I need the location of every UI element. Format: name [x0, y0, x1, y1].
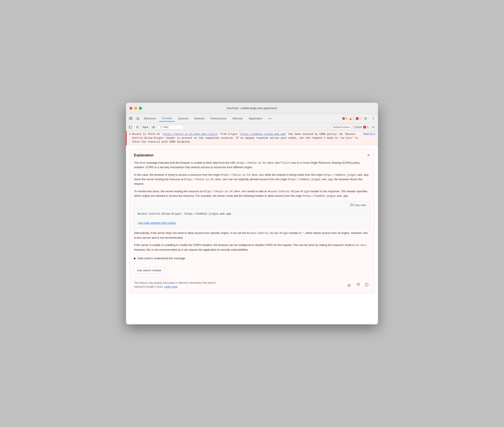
info-count: 1	[359, 117, 361, 120]
para2-code3: https://hello-io-24.deno.dev	[184, 178, 228, 181]
para4-code1: Access-Control-Allow-Origin	[247, 232, 289, 235]
tab-more[interactable]: >>	[266, 115, 274, 121]
thumbs-up-icon	[347, 283, 351, 287]
info-error-badge: i 1	[356, 117, 361, 120]
explanation-title: Explanation	[134, 153, 370, 157]
info-error-icon: i	[356, 117, 359, 120]
tab-console[interactable]: Console	[159, 115, 175, 122]
main-toolbar: Elements Console Sources Network Perform…	[126, 114, 378, 123]
context-label: top	[143, 126, 146, 129]
caution-link[interactable]: Use code snippets with caution	[138, 221, 176, 225]
more-options-icon[interactable]	[370, 115, 376, 122]
console-area: ✖ Access to fetch at 'https://hello-io-2…	[126, 131, 378, 324]
secondary-toolbar: top ▾ Filter Default levels ▾ 1 Issue: i…	[126, 123, 378, 131]
clear-console-icon[interactable]	[134, 124, 140, 130]
minimize-traffic-light[interactable]	[134, 107, 137, 110]
svg-rect-16	[129, 126, 132, 129]
code-block: Copy code Access-Control-Allow-Origin: h…	[134, 201, 370, 228]
explanation-close-button[interactable]: ✕	[366, 152, 371, 158]
filter-input-area[interactable]: Filter	[158, 125, 183, 129]
fullscreen-traffic-light[interactable]	[139, 107, 142, 110]
tab-application[interactable]: Application	[246, 115, 265, 121]
para2-code2: https://bubble-jingle.web.app	[323, 174, 369, 176]
feedback-icons	[346, 281, 370, 288]
explanation-para2: In this case, the browser is trying to a…	[134, 173, 370, 186]
svg-rect-2	[131, 117, 132, 118]
svg-point-13	[373, 117, 374, 118]
data-used-section: ▶ Data used to understand this message	[134, 256, 370, 261]
error-count: 2	[346, 117, 347, 120]
error-circle-icon: ✕	[342, 117, 345, 120]
copy-code-button[interactable]: Copy code	[348, 203, 368, 207]
para4-code2: *	[302, 232, 304, 235]
cors-url-link[interactable]: https://hello-io-24.deno.dev/?lvl=1	[163, 133, 217, 136]
svg-rect-4	[136, 117, 138, 120]
svg-text:i: i	[357, 118, 358, 120]
close-traffic-light[interactable]	[129, 107, 133, 110]
para3-code3: https://bubble-jingle.web.app	[303, 195, 348, 198]
svg-rect-0	[129, 117, 131, 118]
error-badge: ✕ 2	[342, 117, 347, 120]
svg-text:i: i	[364, 126, 365, 129]
inspect-element-icon[interactable]	[128, 115, 134, 122]
tab-network[interactable]: Network	[192, 115, 207, 121]
copy-code-label: Copy code	[354, 204, 366, 207]
titlebar: DevTools - bubble-jingle.web.app/search	[126, 103, 378, 114]
para3-code2: Access-Control-Allow-Origin	[268, 190, 310, 193]
svg-rect-1	[129, 119, 131, 120]
svg-point-12	[365, 118, 366, 119]
data-used-toggle[interactable]: ▶ Data used to understand this message	[134, 256, 370, 261]
explanation-para4: Alternatively, if the server does not ne…	[134, 231, 370, 240]
tab-elements[interactable]: Elements	[142, 115, 158, 121]
error-text: Access to fetch at 'https://hello-io-24.…	[132, 132, 363, 144]
svg-text:✕: ✕	[343, 118, 345, 120]
copy-icon	[350, 204, 353, 206]
svg-text:!: !	[350, 118, 351, 120]
tab-memory[interactable]: Memory	[230, 115, 245, 121]
thumbs-down-icon	[356, 283, 360, 287]
toolbar-right: ✕ 2 ! 1 i 1	[342, 115, 376, 122]
sidebar-toggle-icon[interactable]	[128, 124, 133, 130]
chevron-down-icon: ▾	[147, 126, 148, 129]
explanation-footer: This feature may display inaccurate or o…	[134, 278, 370, 289]
svg-point-24	[373, 127, 374, 128]
log-levels-selector[interactable]: Default levels ▾	[331, 125, 352, 129]
explanation-panel: Explanation ✕ The error message indicate…	[129, 149, 375, 293]
eye-icon[interactable]	[151, 124, 156, 130]
explanation-para1: The error message indicates that the bro…	[134, 161, 370, 170]
error-icon: ✖	[129, 132, 131, 136]
window-title: DevTools - bubble-jingle.web.app/search	[227, 107, 277, 110]
thumbs-up-button[interactable]	[346, 281, 353, 288]
issues-badge: 1 Issue: i 1	[353, 126, 369, 129]
warn-triangle-icon: !	[349, 117, 352, 120]
filter-icon	[159, 126, 162, 129]
device-toolbar-icon[interactable]	[134, 115, 141, 122]
code-block-header: Copy code	[134, 202, 370, 209]
console-settings-icon[interactable]	[370, 124, 376, 130]
svg-rect-3	[131, 119, 132, 120]
thumbs-down-button[interactable]	[354, 281, 362, 288]
triangle-right-icon: ▶	[134, 256, 136, 261]
tab-performance[interactable]: Performance	[208, 115, 229, 121]
devtools-window: DevTools - bubble-jingle.web.app/search …	[126, 103, 378, 324]
svg-point-21	[153, 127, 154, 128]
warn-count: 1	[353, 117, 354, 120]
svg-point-20	[152, 126, 155, 128]
settings-icon[interactable]	[362, 115, 369, 122]
svg-point-29	[366, 285, 367, 286]
report-button[interactable]	[363, 281, 370, 288]
footer-disclaimer: This feature may display inaccurate or o…	[134, 281, 220, 289]
para1-code: https://hello-io-24.deno.dev/?lvl=1	[236, 161, 291, 165]
error-source-link[interactable]: search:1	[363, 132, 375, 135]
svg-point-14	[373, 118, 374, 119]
origin-url-link[interactable]: https://bubble-jingle.web.app	[240, 133, 285, 136]
issues-label: 1 Issue:	[353, 126, 362, 129]
issues-count: 1	[367, 126, 369, 129]
cors-error-row: ✖ Access to fetch at 'https://hello-io-2…	[126, 131, 378, 145]
warn-badge: ! 1	[349, 117, 354, 120]
para5-code1: no-cors	[356, 244, 366, 247]
learn-more-link[interactable]: Learn more	[164, 285, 177, 288]
tab-sources[interactable]: Sources	[175, 115, 191, 121]
use-search-button[interactable]: Use search instead	[134, 267, 164, 274]
context-selector[interactable]: top ▾	[142, 125, 150, 129]
